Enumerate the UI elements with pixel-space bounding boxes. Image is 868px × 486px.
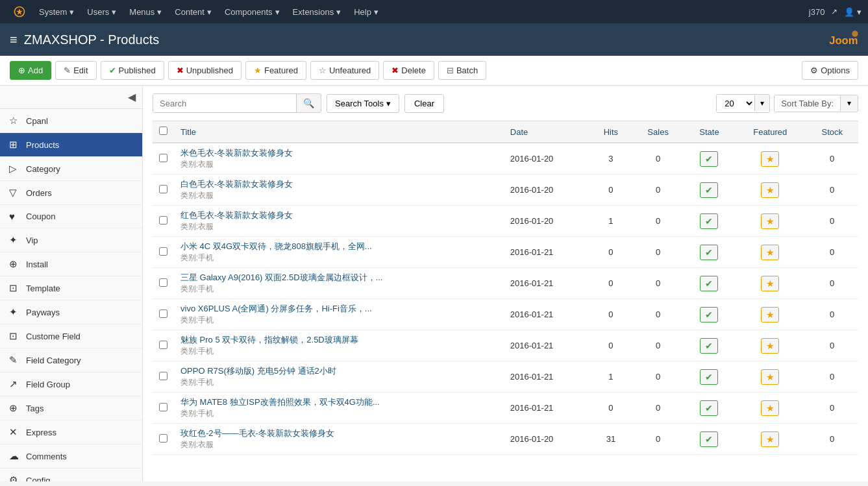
search-tools-button[interactable]: Search Tools ▾ — [327, 94, 399, 113]
featured-toggle-button[interactable]: ★ — [761, 369, 779, 385]
state-toggle-button[interactable]: ✔ — [700, 213, 718, 229]
state-toggle-button[interactable]: ✔ — [700, 151, 718, 167]
row-checkbox[interactable] — [159, 341, 167, 349]
sidebar-item-config[interactable]: ⚙ Config — [0, 468, 142, 481]
featured-toggle-button[interactable]: ★ — [761, 431, 779, 447]
sidebar-item-vip[interactable]: ✦ Vip — [0, 228, 142, 252]
row-checkbox[interactable] — [159, 216, 167, 225]
featured-toggle-button[interactable]: ★ — [761, 400, 779, 416]
add-button[interactable]: ⊕ Add — [10, 61, 51, 80]
batch-button[interactable]: ⊟ Batch — [438, 61, 486, 80]
product-title-link[interactable]: 米色毛衣-冬装新款女装修身女 — [180, 148, 293, 158]
sidebar-collapse-button[interactable]: ◀ — [128, 91, 136, 103]
orders-icon: ▽ — [9, 187, 21, 199]
sidebar: ◀ ☆ Cpanl ⊞ Products ▷ Category ▽ Orders… — [0, 86, 143, 481]
delete-button[interactable]: ✖ Delete — [383, 61, 434, 80]
sidebar-item-express[interactable]: ✕ Express — [0, 420, 142, 444]
hamburger-icon[interactable]: ≡ — [10, 32, 18, 47]
row-checkbox[interactable] — [159, 154, 167, 162]
nav-system[interactable]: System ▾ — [32, 0, 81, 23]
row-checkbox[interactable] — [159, 403, 167, 411]
product-title-link[interactable]: 魅族 Pro 5 双卡双待，指纹解锁，2.5D玻璃屏幕 — [180, 335, 358, 345]
sidebar-item-coupon[interactable]: ♥ Coupon — [0, 205, 142, 228]
featured-toggle-button[interactable]: ★ — [761, 245, 779, 260]
edit-button[interactable]: ✎ Edit — [55, 61, 96, 80]
state-toggle-button[interactable]: ✔ — [700, 338, 718, 354]
row-checkbox[interactable] — [159, 185, 167, 193]
featured-toggle-button[interactable]: ★ — [761, 151, 779, 167]
row-checkbox[interactable] — [159, 278, 167, 287]
sort-dropdown-button[interactable]: ▾ — [840, 95, 858, 111]
row-checkbox[interactable] — [159, 247, 167, 256]
joomla-logo-nav[interactable] — [6, 0, 32, 23]
nav-menus[interactable]: Menus ▾ — [123, 0, 168, 23]
search-input[interactable] — [153, 94, 296, 112]
featured-cell: ★ — [734, 143, 806, 175]
product-title-link[interactable]: 华为 MATE8 独立ISP改善拍照效果，双卡双4G功能... — [180, 397, 380, 407]
unpublished-button[interactable]: ✖ Unpublished — [168, 61, 242, 80]
product-title-link[interactable]: 小米 4C 双4G双卡双待，骁龙808旗舰手机，全网... — [180, 241, 372, 251]
state-toggle-button[interactable]: ✔ — [700, 245, 718, 260]
per-page-select[interactable]: 20 50 100 — [717, 95, 754, 112]
product-title-link[interactable]: 白色毛衣-冬装新款女装修身女 — [180, 179, 293, 189]
nav-content[interactable]: Content ▾ — [168, 0, 218, 23]
state-toggle-button[interactable]: ✔ — [700, 369, 718, 385]
sidebar-item-comments[interactable]: ☁ Comments — [0, 444, 142, 468]
published-button[interactable]: ✔ Published — [101, 61, 164, 80]
state-toggle-button[interactable]: ✔ — [700, 307, 718, 322]
stock-column-header[interactable]: Stock — [806, 121, 858, 143]
select-all-checkbox[interactable] — [159, 127, 167, 135]
clear-button[interactable]: Clear — [404, 94, 444, 113]
featured-toggle-button[interactable]: ★ — [761, 276, 779, 291]
row-checkbox[interactable] — [159, 310, 167, 318]
nav-extensions[interactable]: Extensions ▾ — [286, 0, 348, 23]
hits-cell: 1 — [589, 361, 632, 393]
date-column-header[interactable]: Date — [504, 121, 590, 143]
products-icon: ⊞ — [9, 139, 21, 151]
product-title-link[interactable]: 红色毛衣-冬装新款女装修身女 — [180, 210, 293, 220]
sales-column-header[interactable]: Sales — [632, 121, 684, 143]
sidebar-item-category[interactable]: ▷ Category — [0, 157, 142, 181]
state-toggle-button[interactable]: ✔ — [700, 182, 718, 198]
state-toggle-button[interactable]: ✔ — [700, 431, 718, 447]
sidebar-item-products[interactable]: ⊞ Products — [0, 133, 142, 157]
featured-toggle-button[interactable]: ★ — [761, 182, 779, 198]
featured-toggle-button[interactable]: ★ — [761, 338, 779, 354]
user-menu-icon[interactable]: 👤 ▾ — [844, 7, 862, 17]
sort-wrap: Sort Table By: ▾ — [774, 95, 858, 112]
search-submit-button[interactable]: 🔍 — [296, 94, 321, 112]
featured-toggle-button[interactable]: ★ — [761, 307, 779, 322]
sidebar-item-field-group[interactable]: ↗ Field Group — [0, 372, 142, 396]
nav-components[interactable]: Components ▾ — [218, 0, 286, 23]
options-button[interactable]: ⚙ Options — [802, 61, 858, 80]
user-info[interactable]: j370 — [809, 7, 825, 17]
per-page-dropdown-button[interactable]: ▾ — [754, 95, 769, 111]
sidebar-item-orders[interactable]: ▽ Orders — [0, 181, 142, 205]
hits-cell: 0 — [589, 299, 632, 330]
row-checkbox[interactable] — [159, 372, 167, 380]
sidebar-item-payways[interactable]: ✦ Payways — [0, 300, 142, 324]
product-title-link[interactable]: 玫红色-2号——毛衣-冬装新款女装修身女 — [180, 428, 334, 438]
product-title-link[interactable]: OPPO R7S(移动版) 充电5分钟 通话2小时 — [180, 366, 336, 376]
sidebar-item-custome-field[interactable]: ⊡ Custome Field — [0, 324, 142, 348]
state-toggle-button[interactable]: ✔ — [700, 400, 718, 416]
featured-column-header[interactable]: Featured — [734, 121, 806, 143]
nav-help[interactable]: Help ▾ — [347, 0, 385, 23]
sidebar-item-cpanl[interactable]: ☆ Cpanl — [0, 109, 142, 133]
title-column-header[interactable]: Title — [174, 121, 504, 143]
unfeatured-button[interactable]: ☆ Unfeatured — [310, 61, 379, 80]
product-title-link[interactable]: vivo X6PLUS A(全网通) 分屏多任务，Hi-Fi音乐，... — [180, 304, 372, 313]
row-checkbox[interactable] — [159, 434, 167, 443]
state-column-header[interactable]: State — [684, 121, 734, 143]
sidebar-item-tags[interactable]: ⊕ Tags — [0, 396, 142, 420]
featured-toggle-button[interactable]: ★ — [761, 213, 779, 229]
featured-button[interactable]: ★ Featured — [245, 61, 306, 80]
select-all-header[interactable] — [153, 121, 174, 143]
nav-users[interactable]: Users ▾ — [81, 0, 123, 23]
product-title-link[interactable]: 三星 Galaxy A9(2016) 双面2.5D玻璃金属边框设计，... — [180, 273, 382, 282]
sidebar-item-template[interactable]: ⊡ Template — [0, 276, 142, 300]
sidebar-item-field-category[interactable]: ✎ Field Category — [0, 348, 142, 372]
sidebar-item-install[interactable]: ⊕ Install — [0, 252, 142, 276]
state-toggle-button[interactable]: ✔ — [700, 276, 718, 291]
hits-column-header[interactable]: Hits — [589, 121, 632, 143]
